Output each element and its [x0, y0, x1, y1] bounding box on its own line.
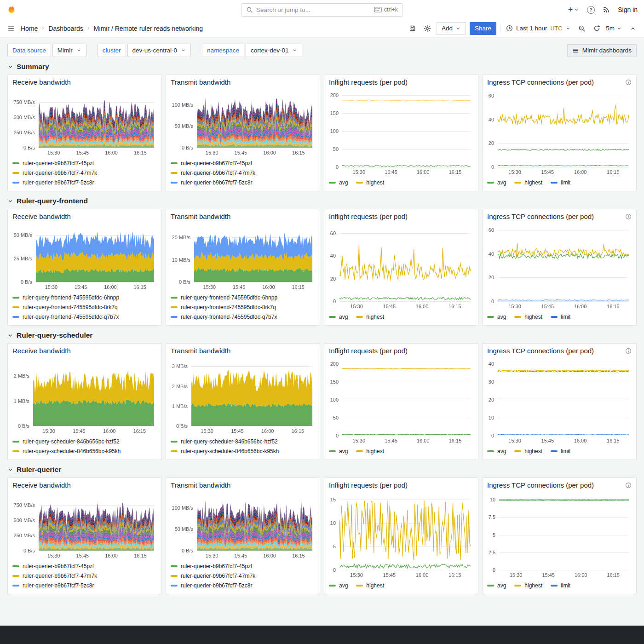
legend-item-ruler-querier-b9b67fcf7-47m7k[interactable]: ruler-querier-b9b67fcf7-47m7k	[12, 571, 157, 581]
legend-item-avg[interactable]: avg	[487, 179, 506, 186]
info-icon[interactable]	[625, 348, 632, 354]
legend-item-highest[interactable]: highest	[514, 582, 542, 589]
sign-in-link[interactable]: Sign in	[618, 6, 638, 13]
refresh-interval-dropdown[interactable]: 5m	[606, 22, 624, 35]
legend-item-ruler-querier-b9b67fcf7-47m7k[interactable]: ruler-querier-b9b67fcf7-47m7k	[171, 168, 315, 178]
search-bar[interactable]: ctrl+k	[242, 3, 402, 17]
section-header-ruler-query-scheduler[interactable]: Ruler-query-scheduler	[7, 331, 637, 339]
legend-item-ruler-querier-b9b67fcf7-45pzl[interactable]: ruler-querier-b9b67fcf7-45pzl	[12, 158, 157, 168]
legend-item-ruler-query-frontend-745595dfdc-6hnpp[interactable]: ruler-query-frontend-745595dfdc-6hnpp	[171, 293, 315, 302]
legend-item-ruler-query-frontend-745595dfdc-8rk7q[interactable]: ruler-query-frontend-745595dfdc-8rk7q	[171, 302, 315, 312]
time-series-chart[interactable]	[487, 221, 632, 310]
panel-title[interactable]: Receive bandwidth	[12, 213, 71, 220]
legend-item-avg[interactable]: avg	[329, 582, 348, 589]
legend-item-ruler-query-scheduler-846b656bc-k95kh[interactable]: ruler-query-scheduler-846b656bc-k95kh	[12, 446, 157, 456]
legend-item-ruler-querier-b9b67fcf7-45pzl[interactable]: ruler-querier-b9b67fcf7-45pzl	[171, 158, 315, 168]
legend-item-highest[interactable]: highest	[514, 448, 542, 454]
panel-title[interactable]: Transmit bandwidth	[171, 481, 230, 489]
legend-item-limit[interactable]: limit	[551, 582, 570, 589]
legend-item-highest[interactable]: highest	[514, 314, 542, 320]
panel-title[interactable]: Inflight requests (per pod)	[329, 481, 408, 489]
info-icon[interactable]	[625, 213, 632, 220]
new-menu-button[interactable]: +	[568, 6, 580, 14]
legend-item-avg[interactable]: avg	[487, 582, 506, 589]
share-button[interactable]: Share	[470, 22, 496, 35]
time-series-chart[interactable]	[12, 87, 157, 157]
legend-item-ruler-querier-b9b67fcf7-5zc8r[interactable]: ruler-querier-b9b67fcf7-5zc8r	[12, 178, 157, 187]
panel-title[interactable]: Receive bandwidth	[12, 347, 71, 355]
zoom-out-icon[interactable]	[576, 23, 587, 34]
legend-item-ruler-querier-b9b67fcf7-47m7k[interactable]: ruler-querier-b9b67fcf7-47m7k	[12, 168, 157, 178]
legend-item-ruler-query-scheduler-846b656bc-k95kh[interactable]: ruler-query-scheduler-846b656bc-k95kh	[171, 446, 315, 456]
help-icon[interactable]: ?	[587, 6, 595, 14]
legend-item-highest[interactable]: highest	[356, 314, 384, 320]
legend-item-ruler-querier-b9b67fcf7-5zc8r[interactable]: ruler-querier-b9b67fcf7-5zc8r	[171, 581, 315, 590]
legend-item-avg[interactable]: avg	[487, 448, 506, 454]
legend-item-limit[interactable]: limit	[551, 314, 570, 320]
legend-item-highest[interactable]: highest	[356, 582, 384, 589]
menu-icon[interactable]	[6, 23, 17, 34]
time-series-chart[interactable]	[171, 490, 315, 560]
time-series-chart[interactable]	[329, 221, 473, 310]
panel-title[interactable]: Receive bandwidth	[12, 481, 71, 489]
news-icon[interactable]	[603, 6, 610, 13]
legend-item-limit[interactable]: limit	[551, 179, 570, 186]
panel-title[interactable]: Inflight requests (per pod)	[329, 347, 408, 355]
legend-item-limit[interactable]: limit	[551, 448, 570, 454]
time-series-chart[interactable]	[12, 221, 157, 291]
legend-item-ruler-query-scheduler-846b656bc-hzf52[interactable]: ruler-query-scheduler-846b656bc-hzf52	[171, 437, 315, 446]
legend-item-ruler-query-frontend-745595dfdc-8rk7q[interactable]: ruler-query-frontend-745595dfdc-8rk7q	[12, 302, 157, 312]
panel-title[interactable]: Inflight requests (per pod)	[329, 78, 408, 86]
time-series-chart[interactable]	[329, 490, 473, 579]
time-series-chart[interactable]	[171, 221, 315, 291]
chevron-up-icon[interactable]	[627, 23, 638, 34]
panel-title[interactable]: Ingress TCP connections (per pod)	[487, 78, 594, 86]
time-series-chart[interactable]	[329, 356, 473, 445]
info-icon[interactable]	[625, 482, 632, 489]
panel-title[interactable]: Transmit bandwidth	[171, 213, 230, 220]
time-series-chart[interactable]	[487, 356, 632, 445]
legend-item-ruler-querier-b9b67fcf7-45pzl[interactable]: ruler-querier-b9b67fcf7-45pzl	[171, 561, 315, 571]
datasource-dropdown[interactable]: Mimir	[52, 44, 86, 57]
legend-item-highest[interactable]: highest	[514, 179, 542, 186]
panel-title[interactable]: Transmit bandwidth	[171, 78, 230, 86]
legend-item-ruler-query-scheduler-846b656bc-hzf52[interactable]: ruler-query-scheduler-846b656bc-hzf52	[12, 437, 157, 446]
legend-item-ruler-query-frontend-745595dfdc-q7b7x[interactable]: ruler-query-frontend-745595dfdc-q7b7x	[171, 312, 315, 322]
save-dashboard-icon[interactable]	[407, 23, 418, 34]
panel-title[interactable]: Ingress TCP connections (per pod)	[487, 347, 594, 355]
section-header-summary[interactable]: Summary	[7, 63, 637, 71]
legend-item-avg[interactable]: avg	[329, 179, 348, 186]
section-header-ruler-query-frontend[interactable]: Ruler-query-frontend	[7, 197, 637, 205]
legend-item-ruler-query-frontend-745595dfdc-q7b7x[interactable]: ruler-query-frontend-745595dfdc-q7b7x	[12, 312, 157, 322]
legend-item-highest[interactable]: highest	[356, 448, 384, 454]
refresh-icon[interactable]	[591, 23, 602, 34]
add-panel-button[interactable]: Add	[437, 22, 466, 35]
legend-item-avg[interactable]: avg	[487, 314, 506, 320]
panel-title[interactable]: Transmit bandwidth	[171, 347, 230, 355]
legend-item-avg[interactable]: avg	[329, 314, 348, 320]
time-series-chart[interactable]	[12, 356, 157, 435]
time-series-chart[interactable]	[171, 356, 315, 435]
legend-item-avg[interactable]: avg	[329, 448, 348, 454]
time-series-chart[interactable]	[171, 87, 315, 157]
section-header-ruler-querier[interactable]: Ruler-querier	[7, 466, 637, 474]
panel-title[interactable]: Ingress TCP connections (per pod)	[487, 481, 594, 489]
legend-item-ruler-query-frontend-745595dfdc-6hnpp[interactable]: ruler-query-frontend-745595dfdc-6hnpp	[12, 293, 157, 302]
cluster-dropdown[interactable]: dev-us-central-0	[127, 44, 191, 57]
grafana-logo[interactable]	[6, 5, 17, 15]
search-input[interactable]	[256, 6, 371, 13]
legend-item-ruler-querier-b9b67fcf7-47m7k[interactable]: ruler-querier-b9b67fcf7-47m7k	[171, 571, 315, 581]
time-series-chart[interactable]	[12, 490, 157, 560]
time-series-chart[interactable]	[329, 87, 473, 176]
time-series-chart[interactable]	[487, 490, 632, 579]
panel-title[interactable]: Ingress TCP connections (per pod)	[487, 213, 594, 220]
panel-title[interactable]: Inflight requests (per pod)	[329, 213, 408, 220]
mimir-dashboards-button[interactable]: Mimir dashboards	[567, 44, 637, 57]
legend-item-highest[interactable]: highest	[356, 179, 384, 186]
dashboard-settings-icon[interactable]	[422, 23, 433, 34]
breadcrumb-home[interactable]: Home	[21, 25, 38, 32]
legend-item-ruler-querier-b9b67fcf7-5zc8r[interactable]: ruler-querier-b9b67fcf7-5zc8r	[12, 581, 157, 590]
info-icon[interactable]	[625, 79, 632, 86]
time-range-picker[interactable]: Last 1 hour UTC	[504, 22, 573, 35]
legend-item-ruler-querier-b9b67fcf7-45pzl[interactable]: ruler-querier-b9b67fcf7-45pzl	[12, 561, 157, 571]
